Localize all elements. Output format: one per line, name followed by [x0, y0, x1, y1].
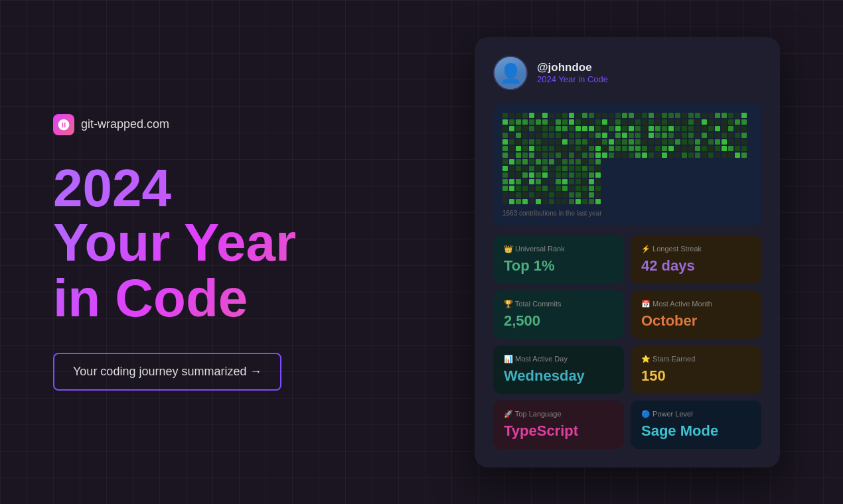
contrib-day: [562, 153, 568, 158]
contrib-day: [722, 146, 727, 151]
contrib-day: [502, 126, 508, 131]
contrib-day: [702, 133, 707, 138]
contrib-day: [542, 186, 548, 191]
stat-label: 🏆 Total Commits: [504, 300, 613, 308]
contrib-day: [595, 119, 601, 125]
contrib-day: [629, 139, 634, 145]
contrib-day: [688, 119, 694, 125]
contrib-day: [675, 146, 680, 151]
contrib-day: [522, 113, 528, 118]
contrib-day: [569, 153, 574, 158]
contrib-day: [575, 159, 581, 164]
contrib-day: [629, 126, 634, 131]
contrib-day: [662, 119, 667, 125]
contrib-day: [509, 166, 514, 171]
contrib-day: [582, 139, 587, 145]
stat-card: 🏆 Total Commits2,500: [493, 290, 624, 339]
contrib-day: [675, 133, 680, 138]
contribution-grid: [502, 113, 752, 204]
contrib-day: [595, 192, 601, 198]
contrib-day: [582, 192, 587, 198]
stat-label: ⚡ Longest Streak: [641, 245, 751, 253]
contrib-day: [595, 159, 601, 164]
left-panel: git-wrapped.com 2024 Your Year in Code Y…: [0, 74, 412, 430]
contrib-day: [722, 119, 727, 125]
contrib-day: [529, 153, 534, 158]
contrib-day: [715, 113, 720, 118]
contrib-day: [536, 133, 541, 138]
contrib-day: [715, 119, 720, 125]
contrib-day: [589, 199, 594, 204]
username: @johndoe: [537, 61, 608, 74]
contrib-day: [536, 119, 541, 125]
contrib-day: [642, 113, 647, 118]
contrib-day: [662, 126, 667, 131]
stat-label: 📅 Most Active Month: [641, 300, 751, 308]
stat-label: 🚀 Top Language: [504, 410, 613, 418]
contrib-day: [509, 126, 514, 131]
contrib-day: [615, 153, 621, 158]
contrib-day: [569, 166, 574, 171]
contrib-day: [575, 192, 581, 198]
contrib-day: [715, 126, 720, 131]
contrib-day: [529, 139, 534, 145]
contrib-day: [708, 146, 714, 151]
contrib-day: [728, 113, 733, 118]
stat-value: Wednesday: [504, 367, 613, 385]
contrib-day: [595, 146, 601, 151]
contrib-day: [536, 159, 541, 164]
contrib-day: [502, 113, 508, 118]
contrib-day: [536, 199, 541, 204]
contrib-day: [655, 146, 660, 151]
contrib-day: [589, 186, 594, 191]
profile-info: @johndoe 2024 Year in Code: [537, 61, 608, 84]
contrib-day: [569, 113, 574, 118]
contrib-day: [715, 153, 720, 158]
contrib-day: [609, 126, 614, 131]
contrib-day: [602, 139, 607, 145]
contrib-day: [549, 126, 554, 131]
contrib-day: [516, 139, 521, 145]
contrib-day: [668, 119, 674, 125]
stat-card: 🚀 Top LanguageTypeScript: [493, 401, 624, 449]
contrib-day: [609, 133, 614, 138]
contrib-day: [536, 186, 541, 191]
brand-name: git-wrapped.com: [81, 117, 169, 131]
contrib-day: [562, 166, 568, 171]
contrib-day: [662, 146, 667, 151]
contrib-day: [741, 139, 747, 145]
contrib-day: [649, 146, 654, 151]
contrib-day: [582, 179, 587, 184]
contrib-day: [649, 126, 654, 131]
contrib-day: [556, 186, 561, 191]
contrib-day: [556, 199, 561, 204]
contrib-day: [536, 192, 541, 198]
stat-value: October: [641, 312, 751, 330]
contrib-day: [668, 139, 674, 145]
contrib-day: [582, 133, 587, 138]
contrib-day: [695, 119, 700, 125]
contrib-day: [655, 139, 660, 145]
contrib-day: [595, 166, 601, 171]
contrib-day: [502, 153, 508, 158]
contrib-day: [622, 153, 627, 158]
contrib-day: [569, 179, 574, 184]
contrib-day: [688, 113, 694, 118]
contrib-day: [741, 153, 747, 158]
contrib-day: [682, 119, 687, 125]
contrib-day: [522, 186, 528, 191]
cta-button[interactable]: Your coding journey summarized →: [53, 353, 281, 391]
contrib-day: [562, 146, 568, 151]
contrib-day: [642, 133, 647, 138]
contrib-day: [556, 153, 561, 158]
stat-label: 🔵 Power Level: [641, 410, 751, 418]
contrib-day: [655, 126, 660, 131]
contrib-day: [635, 119, 641, 125]
contrib-day: [536, 166, 541, 171]
contrib-day: [575, 126, 581, 131]
contrib-day: [708, 113, 714, 118]
contrib-day: [695, 153, 700, 158]
contrib-day: [722, 126, 727, 131]
contrib-day: [549, 133, 554, 138]
contrib-day: [662, 153, 667, 158]
